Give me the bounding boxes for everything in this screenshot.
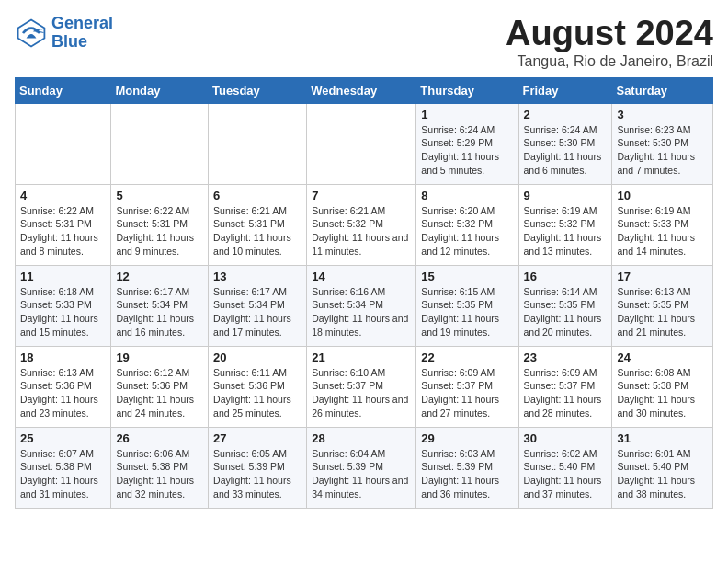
day-cell: 6Sunrise: 6:21 AM Sunset: 5:31 PM Daylig… (209, 184, 307, 265)
day-cell: 29Sunrise: 6:03 AM Sunset: 5:39 PM Dayli… (416, 427, 518, 508)
day-number: 24 (617, 350, 708, 364)
day-info: Sunrise: 6:10 AM Sunset: 5:37 PM Dayligh… (312, 366, 411, 420)
day-number: 29 (421, 431, 513, 445)
main-title: August 2024 (506, 15, 713, 53)
day-number: 19 (116, 350, 203, 364)
day-info: Sunrise: 6:01 AM Sunset: 5:40 PM Dayligh… (617, 447, 708, 501)
day-info: Sunrise: 6:04 AM Sunset: 5:39 PM Dayligh… (312, 447, 411, 501)
day-number: 15 (421, 270, 513, 283)
week-row-3: 11Sunrise: 6:18 AM Sunset: 5:33 PM Dayli… (16, 265, 713, 346)
days-header-row: SundayMondayTuesdayWednesdayThursdayFrid… (16, 77, 713, 103)
day-info: Sunrise: 6:17 AM Sunset: 5:34 PM Dayligh… (116, 285, 203, 339)
day-number: 16 (524, 270, 608, 283)
day-number: 6 (213, 189, 301, 202)
header: General Blue August 2024 Tangua, Rio de … (15, 15, 713, 70)
day-cell: 25Sunrise: 6:07 AM Sunset: 5:38 PM Dayli… (16, 427, 111, 508)
day-info: Sunrise: 6:19 AM Sunset: 5:32 PM Dayligh… (524, 204, 608, 259)
day-number: 31 (617, 431, 708, 445)
day-cell: 5Sunrise: 6:22 AM Sunset: 5:31 PM Daylig… (111, 184, 209, 265)
day-header-saturday: Saturday (612, 77, 713, 103)
day-info: Sunrise: 6:05 AM Sunset: 5:39 PM Dayligh… (213, 447, 301, 501)
day-info: Sunrise: 6:02 AM Sunset: 5:40 PM Dayligh… (524, 447, 608, 501)
day-header-sunday: Sunday (16, 77, 111, 103)
day-cell: 22Sunrise: 6:09 AM Sunset: 5:37 PM Dayli… (416, 346, 518, 427)
day-cell: 16Sunrise: 6:14 AM Sunset: 5:35 PM Dayli… (518, 265, 612, 346)
day-number: 28 (312, 431, 411, 445)
day-cell: 3Sunrise: 6:23 AM Sunset: 5:30 PM Daylig… (612, 103, 713, 184)
day-number: 7 (312, 189, 411, 202)
day-number: 21 (312, 350, 411, 364)
day-cell: 12Sunrise: 6:17 AM Sunset: 5:34 PM Dayli… (111, 265, 209, 346)
day-cell (209, 103, 307, 184)
day-number: 4 (20, 189, 106, 202)
day-info: Sunrise: 6:15 AM Sunset: 5:35 PM Dayligh… (421, 285, 513, 339)
day-cell: 14Sunrise: 6:16 AM Sunset: 5:34 PM Dayli… (307, 265, 416, 346)
day-info: Sunrise: 6:03 AM Sunset: 5:39 PM Dayligh… (421, 447, 513, 501)
day-cell: 17Sunrise: 6:13 AM Sunset: 5:35 PM Dayli… (612, 265, 713, 346)
day-cell: 24Sunrise: 6:08 AM Sunset: 5:38 PM Dayli… (612, 346, 713, 427)
day-cell: 8Sunrise: 6:20 AM Sunset: 5:32 PM Daylig… (416, 184, 518, 265)
day-cell: 2Sunrise: 6:24 AM Sunset: 5:30 PM Daylig… (518, 103, 612, 184)
day-header-tuesday: Tuesday (209, 77, 307, 103)
day-info: Sunrise: 6:20 AM Sunset: 5:32 PM Dayligh… (421, 204, 513, 259)
day-info: Sunrise: 6:11 AM Sunset: 5:36 PM Dayligh… (213, 366, 301, 420)
logo-line1: General (51, 14, 113, 32)
day-cell: 27Sunrise: 6:05 AM Sunset: 5:39 PM Dayli… (209, 427, 307, 508)
day-cell: 23Sunrise: 6:09 AM Sunset: 5:37 PM Dayli… (518, 346, 612, 427)
day-cell: 26Sunrise: 6:06 AM Sunset: 5:38 PM Dayli… (111, 427, 209, 508)
day-cell (16, 103, 111, 184)
title-block: August 2024 Tangua, Rio de Janeiro, Braz… (506, 15, 713, 70)
day-info: Sunrise: 6:07 AM Sunset: 5:38 PM Dayligh… (20, 447, 106, 501)
calendar-body: 1Sunrise: 6:24 AM Sunset: 5:29 PM Daylig… (16, 103, 713, 508)
day-cell: 21Sunrise: 6:10 AM Sunset: 5:37 PM Dayli… (307, 346, 416, 427)
day-info: Sunrise: 6:24 AM Sunset: 5:30 PM Dayligh… (524, 123, 608, 178)
day-number: 22 (421, 350, 513, 364)
day-info: Sunrise: 6:24 AM Sunset: 5:29 PM Dayligh… (421, 123, 513, 178)
day-number: 8 (421, 189, 513, 202)
day-number: 20 (213, 350, 301, 364)
day-number: 30 (524, 431, 608, 445)
day-number: 10 (617, 189, 708, 202)
day-info: Sunrise: 6:21 AM Sunset: 5:31 PM Dayligh… (213, 204, 301, 259)
day-info: Sunrise: 6:18 AM Sunset: 5:33 PM Dayligh… (20, 285, 106, 339)
day-number: 5 (116, 189, 203, 202)
day-info: Sunrise: 6:22 AM Sunset: 5:31 PM Dayligh… (116, 204, 203, 259)
day-info: Sunrise: 6:09 AM Sunset: 5:37 PM Dayligh… (421, 366, 513, 420)
day-header-thursday: Thursday (416, 77, 518, 103)
week-row-2: 4Sunrise: 6:22 AM Sunset: 5:31 PM Daylig… (16, 184, 713, 265)
day-number: 11 (20, 270, 106, 283)
day-header-friday: Friday (518, 77, 612, 103)
day-number: 3 (617, 108, 708, 121)
day-number: 17 (617, 270, 708, 283)
day-number: 26 (116, 431, 203, 445)
day-number: 14 (312, 270, 411, 283)
day-cell: 4Sunrise: 6:22 AM Sunset: 5:31 PM Daylig… (16, 184, 111, 265)
day-info: Sunrise: 6:16 AM Sunset: 5:34 PM Dayligh… (312, 285, 411, 339)
day-cell: 28Sunrise: 6:04 AM Sunset: 5:39 PM Dayli… (307, 427, 416, 508)
day-info: Sunrise: 6:08 AM Sunset: 5:38 PM Dayligh… (617, 366, 708, 420)
day-number: 12 (116, 270, 203, 283)
day-cell (307, 103, 416, 184)
day-number: 1 (421, 108, 513, 121)
day-number: 2 (524, 108, 608, 121)
day-info: Sunrise: 6:19 AM Sunset: 5:33 PM Dayligh… (617, 204, 708, 259)
day-cell: 15Sunrise: 6:15 AM Sunset: 5:35 PM Dayli… (416, 265, 518, 346)
day-cell: 11Sunrise: 6:18 AM Sunset: 5:33 PM Dayli… (16, 265, 111, 346)
day-info: Sunrise: 6:13 AM Sunset: 5:35 PM Dayligh… (617, 285, 708, 339)
day-cell: 13Sunrise: 6:17 AM Sunset: 5:34 PM Dayli… (209, 265, 307, 346)
day-info: Sunrise: 6:14 AM Sunset: 5:35 PM Dayligh… (524, 285, 608, 339)
day-number: 27 (213, 431, 301, 445)
day-cell: 7Sunrise: 6:21 AM Sunset: 5:32 PM Daylig… (307, 184, 416, 265)
day-cell: 31Sunrise: 6:01 AM Sunset: 5:40 PM Dayli… (612, 427, 713, 508)
day-cell: 30Sunrise: 6:02 AM Sunset: 5:40 PM Dayli… (518, 427, 612, 508)
subtitle: Tangua, Rio de Janeiro, Brazil (506, 53, 713, 70)
day-info: Sunrise: 6:22 AM Sunset: 5:31 PM Dayligh… (20, 204, 106, 259)
week-row-4: 18Sunrise: 6:13 AM Sunset: 5:36 PM Dayli… (16, 346, 713, 427)
day-cell: 19Sunrise: 6:12 AM Sunset: 5:36 PM Dayli… (111, 346, 209, 427)
day-info: Sunrise: 6:09 AM Sunset: 5:37 PM Dayligh… (524, 366, 608, 420)
day-info: Sunrise: 6:06 AM Sunset: 5:38 PM Dayligh… (116, 447, 203, 501)
day-info: Sunrise: 6:13 AM Sunset: 5:36 PM Dayligh… (20, 366, 106, 420)
day-info: Sunrise: 6:17 AM Sunset: 5:34 PM Dayligh… (213, 285, 301, 339)
calendar-table: SundayMondayTuesdayWednesdayThursdayFrid… (15, 77, 713, 509)
svg-rect-0 (15, 17, 48, 50)
